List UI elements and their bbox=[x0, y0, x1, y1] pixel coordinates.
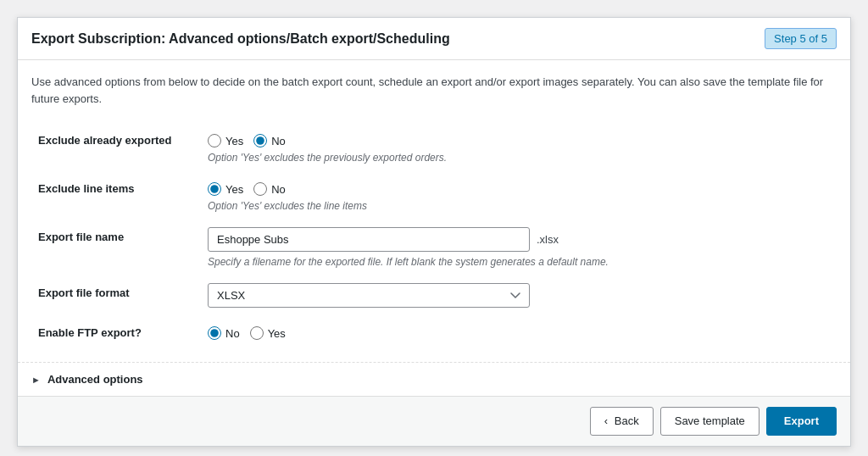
exclude-line-yes-radio[interactable] bbox=[208, 182, 221, 196]
modal-header: Export Subscription: Advanced options/Ba… bbox=[18, 18, 850, 60]
exclude-line-yes-option[interactable]: Yes bbox=[208, 182, 243, 196]
form-table: Exclude already exported Yes No Option '… bbox=[31, 124, 837, 348]
exclude-already-yes-label: Yes bbox=[225, 135, 243, 147]
ftp-no-radio[interactable] bbox=[208, 326, 221, 340]
export-file-format-label: Export file format bbox=[31, 276, 201, 316]
exclude-already-yes-option[interactable]: Yes bbox=[208, 134, 243, 147]
exclude-line-no-label: No bbox=[271, 183, 286, 196]
export-file-name-row: Export file name .xlsx Specify a filenam… bbox=[31, 220, 837, 276]
back-button[interactable]: ‹ Back bbox=[590, 407, 654, 436]
exclude-line-items-group: Yes No bbox=[208, 179, 830, 196]
enable-ftp-group: No Yes bbox=[208, 323, 830, 340]
modal-container: Export Subscription: Advanced options/Ba… bbox=[17, 17, 851, 447]
export-file-format-field: XLSX CSV XLS ODS bbox=[201, 276, 837, 316]
back-button-label: Back bbox=[615, 414, 639, 427]
save-template-label: Save template bbox=[675, 414, 745, 427]
modal-footer: ‹ Back Save template Export bbox=[18, 396, 850, 446]
modal-body: Use advanced options from below to decid… bbox=[18, 60, 850, 355]
save-template-button[interactable]: Save template bbox=[660, 407, 760, 436]
export-file-format-row: Export file format XLSX CSV XLS ODS bbox=[31, 276, 837, 316]
exclude-line-items-hint: Option 'Yes' excludes the line items bbox=[208, 200, 830, 212]
exclude-already-exported-group: Yes No bbox=[208, 131, 830, 147]
exclude-already-no-option[interactable]: No bbox=[253, 134, 286, 147]
enable-ftp-field: No Yes bbox=[201, 316, 837, 348]
export-file-format-select[interactable]: XLSX CSV XLS ODS bbox=[208, 283, 530, 308]
ftp-yes-radio[interactable] bbox=[250, 326, 264, 340]
exclude-line-items-field: Yes No Option 'Yes' excludes the line it… bbox=[201, 172, 837, 220]
exclude-already-exported-row: Exclude already exported Yes No Option '… bbox=[31, 124, 837, 172]
export-button-label: Export bbox=[784, 414, 819, 427]
enable-ftp-row: Enable FTP export? No Yes bbox=[31, 316, 837, 348]
back-arrow-icon: ‹ bbox=[604, 414, 608, 427]
exclude-already-exported-field: Yes No Option 'Yes' excludes the previou… bbox=[201, 124, 837, 172]
advanced-arrow-icon: ► bbox=[31, 375, 41, 385]
exclude-line-no-option[interactable]: No bbox=[253, 182, 286, 196]
exclude-already-no-radio[interactable] bbox=[253, 134, 267, 147]
enable-ftp-label: Enable FTP export? bbox=[31, 316, 201, 348]
exclude-line-items-row: Exclude line items Yes No Option 'Yes' e… bbox=[31, 172, 837, 220]
exclude-line-items-label: Exclude line items bbox=[31, 172, 201, 220]
exclude-already-no-label: No bbox=[271, 135, 286, 147]
ftp-no-label: No bbox=[225, 327, 240, 340]
advanced-options-toggle[interactable]: ► Advanced options bbox=[31, 373, 143, 386]
ftp-yes-label: Yes bbox=[268, 327, 286, 340]
file-extension-label: .xlsx bbox=[537, 233, 559, 246]
exclude-already-hint: Option 'Yes' excludes the previously exp… bbox=[208, 152, 830, 164]
export-file-name-hint: Specify a filename for the exported file… bbox=[208, 256, 830, 268]
export-file-name-label: Export file name bbox=[31, 220, 201, 276]
modal-title: Export Subscription: Advanced options/Ba… bbox=[31, 31, 450, 47]
export-button[interactable]: Export bbox=[766, 407, 837, 436]
export-file-name-field: .xlsx Specify a filename for the exporte… bbox=[201, 220, 837, 276]
exclude-line-yes-label: Yes bbox=[225, 183, 243, 196]
step-badge: Step 5 of 5 bbox=[765, 28, 837, 49]
export-file-name-input[interactable] bbox=[208, 227, 530, 252]
advanced-section: ► Advanced options bbox=[18, 362, 850, 396]
ftp-yes-option[interactable]: Yes bbox=[250, 326, 286, 340]
exclude-line-no-radio[interactable] bbox=[253, 182, 267, 196]
ftp-no-option[interactable]: No bbox=[208, 326, 240, 340]
exclude-already-exported-label: Exclude already exported bbox=[31, 124, 201, 172]
exclude-already-yes-radio[interactable] bbox=[208, 134, 221, 147]
advanced-options-label: Advanced options bbox=[47, 373, 143, 386]
description-text: Use advanced options from below to decid… bbox=[31, 74, 837, 107]
file-name-row: .xlsx bbox=[208, 227, 830, 252]
